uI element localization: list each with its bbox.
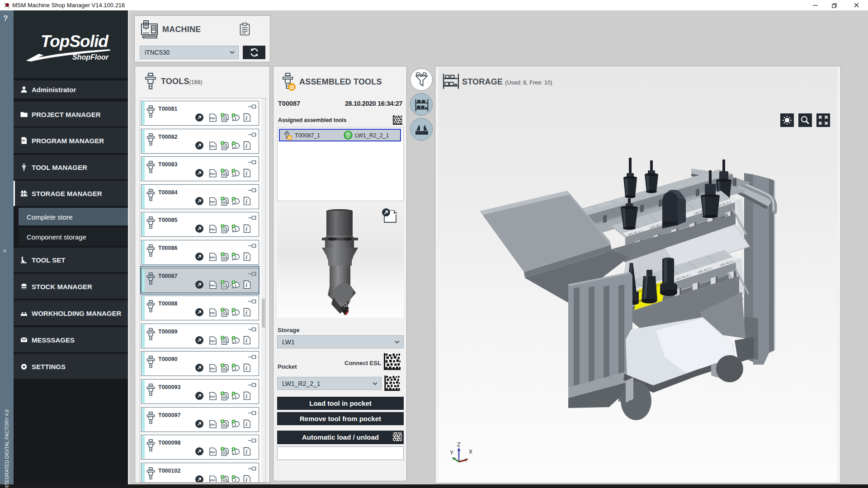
svg-text:Z: Z	[457, 441, 460, 448]
svg-text:X: X	[469, 449, 472, 455]
svg-text:Y: Y	[450, 450, 453, 456]
svg-text:NC: NC	[22, 139, 26, 142]
